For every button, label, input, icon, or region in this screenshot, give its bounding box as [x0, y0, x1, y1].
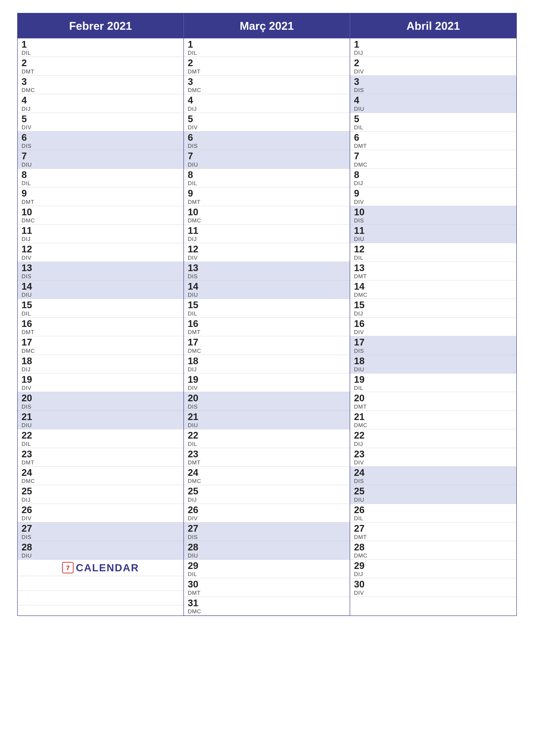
day-row: 3DMC [18, 76, 184, 94]
day-number: 28 [188, 542, 346, 552]
day-row: 23DMT [184, 448, 350, 467]
day-row: 5DIV [184, 113, 350, 131]
day-row: 3DIS [350, 76, 516, 94]
day-row: 30DMT [184, 578, 350, 597]
day-row: 13DIS [18, 262, 184, 281]
day-name: DIU [188, 292, 346, 298]
day-row: 15DIL [184, 299, 350, 317]
day-row: 11DIJ [184, 225, 350, 243]
day-row: 28DIU [18, 541, 184, 560]
day-number: 4 [354, 95, 513, 105]
day-name: DMC [188, 217, 346, 224]
day-name: DIS [21, 273, 180, 280]
day-number: 1 [21, 39, 180, 50]
day-name: DIS [354, 87, 513, 94]
day-row: 18DIJ [18, 355, 184, 373]
day-number: 17 [188, 337, 346, 347]
day-number: 23 [21, 449, 180, 459]
day-name: DIS [354, 478, 513, 484]
day-name: DIJ [354, 180, 513, 187]
day-name: DIJ [188, 106, 346, 112]
day-name: DMC [354, 292, 513, 298]
day-row: 26DIV [18, 504, 184, 523]
day-number: 8 [21, 170, 180, 180]
day-number: 25 [354, 486, 513, 496]
day-number: 21 [188, 412, 346, 422]
day-row: 20DIS [18, 392, 184, 411]
day-name: DIJ [188, 497, 346, 503]
day-number: 18 [21, 356, 180, 366]
day-row: 19DIV [184, 373, 350, 392]
day-name: DIS [21, 403, 180, 410]
day-number: 3 [21, 76, 180, 87]
day-name: DMC [354, 552, 513, 559]
day-row: 28DMC [350, 541, 516, 560]
day-name: DMT [21, 329, 180, 336]
day-name: DIV [21, 515, 180, 522]
day-number: 24 [354, 468, 513, 478]
day-number: 22 [21, 430, 180, 441]
day-name: DIU [21, 292, 180, 298]
day-name: DIU [354, 106, 513, 112]
day-name: DIU [21, 422, 180, 429]
day-name: DMC [354, 161, 513, 168]
day-name: DIJ [21, 236, 180, 242]
day-row: 7DIU [184, 150, 350, 169]
day-name: DIJ [354, 571, 513, 578]
day-number: 2 [354, 58, 513, 68]
day-row: 25DIJ [184, 485, 350, 504]
day-name: DIJ [21, 497, 180, 503]
day-name: DIL [21, 180, 180, 187]
day-number: 22 [354, 430, 513, 441]
day-number: 18 [354, 356, 513, 366]
day-row: 26DIV [184, 504, 350, 523]
day-number: 9 [188, 188, 346, 199]
day-number: 11 [354, 226, 513, 236]
day-name: DIL [188, 571, 346, 578]
day-name: DMC [188, 348, 346, 354]
day-row: 8DIJ [350, 169, 516, 187]
day-number: 17 [354, 337, 513, 347]
day-name: DIU [21, 161, 180, 168]
day-number: 16 [354, 318, 513, 329]
month-header-1: Març 2021 [184, 14, 350, 39]
day-number: 5 [188, 114, 346, 124]
day-row: 1DIL [184, 39, 350, 57]
day-number: 6 [21, 132, 180, 143]
day-row: 12DIV [18, 243, 184, 262]
day-name: DIS [188, 273, 346, 280]
day-name: DIJ [21, 366, 180, 373]
day-name: DIL [354, 385, 513, 392]
day-number: 16 [188, 318, 346, 329]
day-row: 30DIV [350, 578, 516, 597]
day-name: DIL [354, 255, 513, 261]
day-number: 27 [354, 523, 513, 534]
day-number: 8 [188, 170, 346, 180]
day-number: 10 [21, 207, 180, 217]
day-number: 25 [188, 486, 346, 496]
day-row: 24DIS [350, 467, 516, 485]
day-row: 6DIS [18, 131, 184, 150]
day-name: DIJ [188, 366, 346, 373]
svg-text:7: 7 [66, 564, 70, 571]
day-name: DIL [188, 310, 346, 317]
day-number: 12 [188, 244, 346, 254]
day-number: 2 [21, 58, 180, 68]
day-number: 26 [21, 505, 180, 515]
day-number: 7 [188, 151, 346, 161]
day-row: 27DIS [18, 523, 184, 541]
day-row: 22DIJ [350, 429, 516, 448]
day-name: DIL [188, 180, 346, 187]
day-number: 26 [188, 505, 346, 515]
day-name: DMC [354, 422, 513, 429]
day-number: 3 [354, 76, 513, 87]
day-number: 2 [188, 58, 346, 68]
day-row: 2DMT [184, 57, 350, 75]
day-row: 17DMC [184, 336, 350, 355]
day-name: DIS [21, 143, 180, 149]
day-number: 14 [354, 281, 513, 292]
day-name: DIV [354, 459, 513, 466]
day-row: 9DMT [184, 187, 350, 206]
day-name: DMC [21, 87, 180, 94]
day-row: 5DIL [350, 113, 516, 131]
